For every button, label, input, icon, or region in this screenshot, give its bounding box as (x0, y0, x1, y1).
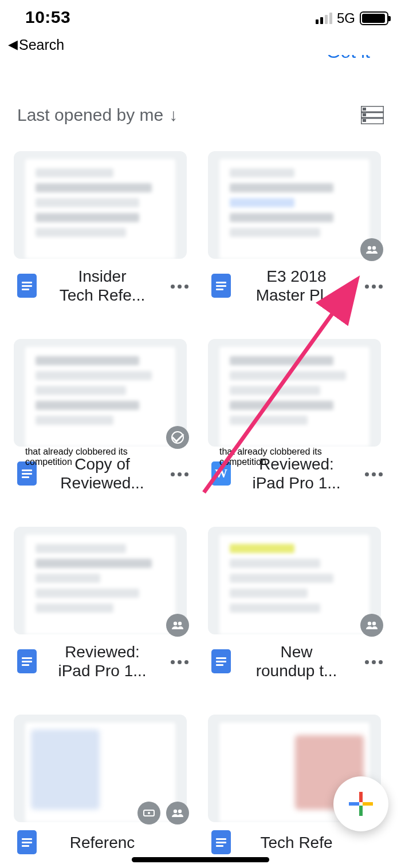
file-card[interactable]: E3 2018Master Pl... (208, 151, 387, 305)
svg-point-14 (174, 810, 177, 813)
file-title: E3 2018Master Pl... (239, 267, 354, 305)
more-icon (171, 660, 188, 664)
plus-icon (348, 791, 374, 817)
file-thumbnail (14, 715, 187, 822)
file-title: Reviewed:iPad Pro 1... (45, 642, 160, 680)
network-label: 5G (337, 10, 355, 26)
more-icon (171, 472, 188, 476)
docs-icon (211, 274, 231, 298)
file-title: Referenc (45, 833, 160, 852)
svg-point-13 (148, 812, 150, 814)
back-button[interactable]: ◀ Search (0, 34, 401, 55)
file-thumbnail (14, 151, 187, 259)
svg-rect-18 (349, 802, 359, 806)
shared-badge-icon (360, 614, 383, 637)
svg-point-10 (368, 622, 371, 625)
file-title: Newroundup t... (239, 642, 354, 680)
file-title: Tech Refe (239, 833, 354, 852)
svg-rect-16 (359, 792, 363, 802)
file-thumbnail: that already clobbered its competition (14, 339, 187, 447)
more-icon (171, 285, 188, 289)
file-card[interactable]: Referenc (14, 715, 193, 854)
svg-point-9 (178, 622, 182, 625)
file-card[interactable]: Newroundup t... (208, 527, 387, 680)
file-thumbnail (208, 151, 381, 259)
docs-icon (211, 830, 231, 854)
list-view-icon (361, 106, 384, 124)
sort-label: Last opened by me (17, 105, 163, 125)
file-thumbnail (208, 527, 381, 634)
shared-badge-icon (166, 802, 189, 824)
svg-point-7 (372, 246, 376, 250)
more-button[interactable] (362, 468, 385, 479)
more-button[interactable] (362, 281, 385, 291)
banner-row: Got it (0, 55, 401, 65)
offline-badge-icon (166, 426, 189, 449)
file-card[interactable]: that already clobbered its competition C… (14, 339, 193, 492)
back-label: Search (19, 37, 64, 53)
status-bar: 10:53 5G (0, 0, 401, 34)
file-card[interactable]: InsiderTech Refe... (14, 151, 193, 305)
docs-icon (17, 649, 37, 673)
class-badge-icon (137, 802, 160, 824)
svg-point-11 (372, 622, 376, 625)
more-icon (365, 285, 383, 289)
more-button[interactable] (168, 281, 191, 291)
file-thumbnail: that already clobbered its competition (208, 339, 381, 447)
shared-badge-icon (360, 238, 383, 261)
svg-point-15 (178, 810, 182, 813)
status-time: 10:53 (25, 7, 70, 27)
svg-rect-4 (363, 113, 366, 116)
battery-icon (360, 11, 388, 25)
svg-rect-17 (359, 806, 363, 816)
more-icon (365, 472, 383, 476)
home-indicator[interactable] (132, 857, 269, 862)
new-document-fab[interactable] (333, 776, 388, 831)
docs-icon (211, 649, 231, 673)
file-card[interactable]: Reviewed:iPad Pro 1... (14, 527, 193, 680)
file-card[interactable]: that already clobbered its competition W… (208, 339, 387, 492)
sort-button[interactable]: Last opened by me ↓ (17, 105, 178, 125)
more-icon (365, 660, 383, 664)
more-button[interactable] (168, 468, 191, 479)
more-button[interactable] (362, 656, 385, 666)
shared-badge-icon (166, 614, 189, 637)
svg-point-8 (174, 622, 177, 625)
docs-icon (17, 274, 37, 298)
svg-point-6 (368, 246, 371, 250)
file-title: InsiderTech Refe... (45, 267, 160, 305)
svg-rect-3 (363, 108, 366, 111)
svg-rect-5 (363, 119, 366, 122)
more-button[interactable] (168, 656, 191, 666)
status-right: 5G (316, 10, 388, 26)
file-grid: InsiderTech Refe... E3 2018Master Pl... … (0, 140, 401, 854)
view-toggle-button[interactable] (361, 106, 384, 124)
back-caret-icon: ◀ (8, 37, 18, 52)
signal-icon (316, 13, 332, 24)
arrow-down-icon: ↓ (169, 105, 178, 125)
sort-row: Last opened by me ↓ (0, 65, 401, 140)
docs-icon (17, 830, 37, 854)
file-thumbnail (14, 527, 187, 634)
svg-rect-19 (363, 802, 373, 806)
